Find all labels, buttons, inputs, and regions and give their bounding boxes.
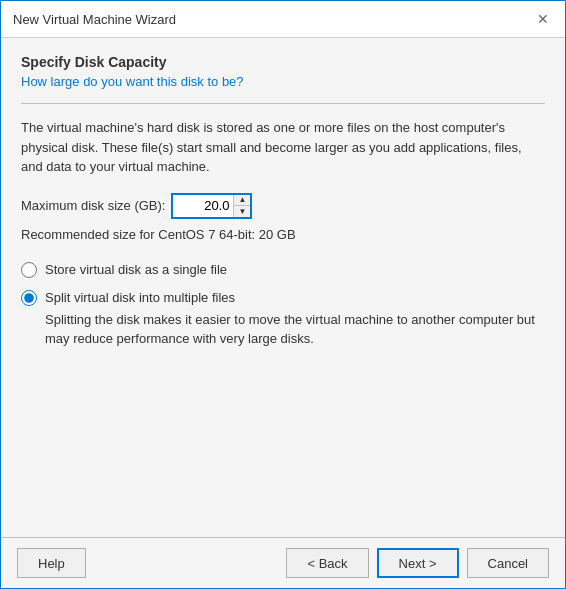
- disk-size-label: Maximum disk size (GB):: [21, 198, 165, 213]
- multiple-files-description: Splitting the disk makes it easier to mo…: [45, 310, 545, 349]
- disk-size-spinner[interactable]: ▲ ▼: [171, 193, 252, 219]
- disk-storage-options: Store virtual disk as a single file Spli…: [21, 262, 545, 349]
- window-title: New Virtual Machine Wizard: [13, 12, 176, 27]
- back-button[interactable]: < Back: [286, 548, 368, 578]
- close-button[interactable]: ✕: [533, 9, 553, 29]
- single-file-radio[interactable]: [21, 262, 37, 278]
- single-file-label: Store virtual disk as a single file: [45, 262, 227, 277]
- multiple-files-label-row[interactable]: Split virtual disk into multiple files: [21, 290, 545, 306]
- help-button[interactable]: Help: [17, 548, 86, 578]
- content-area: Specify Disk Capacity How large do you w…: [1, 38, 565, 537]
- multiple-files-label: Split virtual disk into multiple files: [45, 290, 235, 305]
- next-button[interactable]: Next >: [377, 548, 459, 578]
- recommended-text: Recommended size for CentOS 7 64-bit: 20…: [21, 227, 545, 242]
- section-title: Specify Disk Capacity: [21, 54, 545, 70]
- multiple-files-radio[interactable]: [21, 290, 37, 306]
- section-subtitle: How large do you want this disk to be?: [21, 74, 545, 89]
- spinner-up-button[interactable]: ▲: [234, 195, 250, 206]
- disk-size-input[interactable]: [173, 195, 233, 217]
- footer-right-buttons: < Back Next > Cancel: [286, 548, 549, 578]
- spacer: [21, 359, 545, 522]
- divider: [21, 103, 545, 104]
- description-text: The virtual machine's hard disk is store…: [21, 118, 545, 177]
- multiple-files-option: Split virtual disk into multiple files S…: [21, 290, 545, 349]
- title-bar: New Virtual Machine Wizard ✕: [1, 1, 565, 38]
- dialog-window: New Virtual Machine Wizard ✕ Specify Dis…: [0, 0, 566, 589]
- single-file-label-row[interactable]: Store virtual disk as a single file: [21, 262, 545, 278]
- cancel-button[interactable]: Cancel: [467, 548, 549, 578]
- spinner-down-button[interactable]: ▼: [234, 206, 250, 217]
- single-file-option: Store virtual disk as a single file: [21, 262, 545, 278]
- footer: Help < Back Next > Cancel: [1, 537, 565, 588]
- disk-size-row: Maximum disk size (GB): ▲ ▼: [21, 193, 545, 219]
- spinner-buttons: ▲ ▼: [233, 195, 250, 217]
